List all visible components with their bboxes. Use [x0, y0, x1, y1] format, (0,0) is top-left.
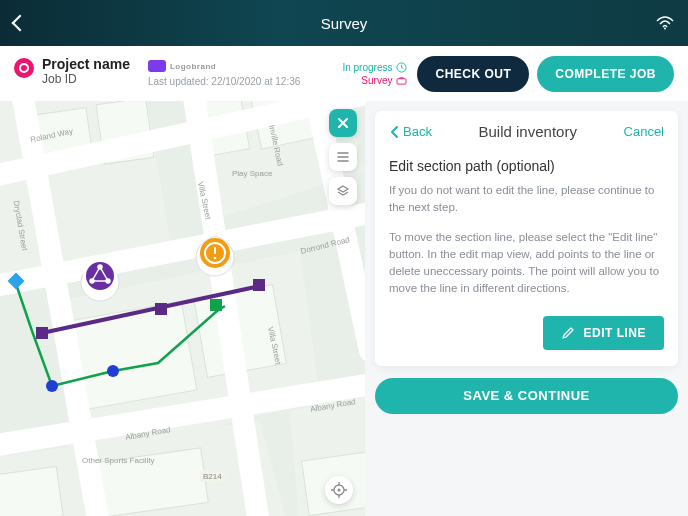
map-label-other-facility: Other Sports Facility	[82, 456, 154, 465]
inventory-card: Back Build inventory Cancel Edit section…	[375, 111, 678, 366]
map-label-play-space: Play Space	[232, 169, 272, 178]
locate-icon	[331, 482, 347, 498]
checkout-button[interactable]: CHECK OUT	[417, 56, 529, 92]
status-column: In progress Survey	[342, 62, 407, 86]
svg-point-0	[664, 28, 666, 30]
svg-rect-20	[155, 303, 167, 315]
svg-rect-2	[397, 79, 406, 84]
save-continue-button[interactable]: SAVE & CONTINUE	[375, 378, 678, 414]
pencil-icon	[561, 326, 575, 340]
panel-back-label: Back	[403, 124, 432, 139]
map-layers-button[interactable]	[329, 177, 357, 205]
map-list-button[interactable]	[329, 143, 357, 171]
svg-rect-19	[36, 327, 48, 339]
map-locate-button[interactable]	[325, 476, 353, 504]
project-name: Project name	[42, 56, 130, 72]
svg-point-34	[214, 257, 217, 260]
status-survey: Survey	[361, 75, 392, 86]
project-icon	[14, 58, 34, 78]
briefcase-icon	[396, 76, 407, 85]
chevron-left-icon	[389, 125, 401, 139]
wifi-icon	[656, 16, 674, 30]
panel-title: Build inventory	[432, 123, 624, 140]
edit-line-label: EDIT LINE	[583, 326, 646, 340]
last-updated: Last updated: 22/10/2020 at 12:36	[148, 76, 300, 87]
status-in-progress: In progress	[342, 62, 392, 73]
svg-rect-21	[253, 279, 265, 291]
project-header: Project name Job ID Logobrand Last updat…	[0, 46, 688, 101]
svg-rect-14	[0, 466, 63, 516]
body-text-1: If you do not want to edit the line, ple…	[389, 182, 664, 217]
side-panel: Back Build inventory Cancel Edit section…	[365, 101, 688, 516]
brand-name: Logobrand	[170, 62, 216, 71]
screen-title: Survey	[0, 15, 688, 32]
panel-back-button[interactable]: Back	[389, 124, 432, 139]
svg-point-29	[106, 279, 110, 283]
svg-point-30	[90, 279, 94, 283]
map-view[interactable]: Play Space Villa Street Villa Street Inv…	[0, 101, 365, 516]
svg-point-36	[338, 489, 341, 492]
close-icon	[336, 116, 350, 130]
clock-icon	[396, 62, 407, 73]
back-chevron-icon[interactable]	[12, 15, 29, 32]
job-id: Job ID	[42, 72, 130, 86]
svg-point-23	[46, 380, 58, 392]
svg-point-28	[98, 265, 102, 269]
layers-icon	[336, 184, 350, 198]
map-label-road-ref: B214	[200, 471, 225, 482]
map-close-button[interactable]	[329, 109, 357, 137]
map-canvas	[0, 101, 365, 516]
svg-point-22	[107, 365, 119, 377]
list-icon	[336, 151, 350, 163]
complete-job-button[interactable]: COMPLETE JOB	[537, 56, 674, 92]
panel-cancel-button[interactable]: Cancel	[624, 124, 664, 139]
svg-rect-17	[210, 299, 222, 311]
brand-logo: Logobrand	[148, 60, 300, 72]
edit-line-button[interactable]: EDIT LINE	[543, 316, 664, 350]
body-text-2: To move the section line, please select …	[389, 229, 664, 298]
top-bar: Survey	[0, 0, 688, 46]
section-title: Edit section path (optional)	[389, 158, 664, 174]
